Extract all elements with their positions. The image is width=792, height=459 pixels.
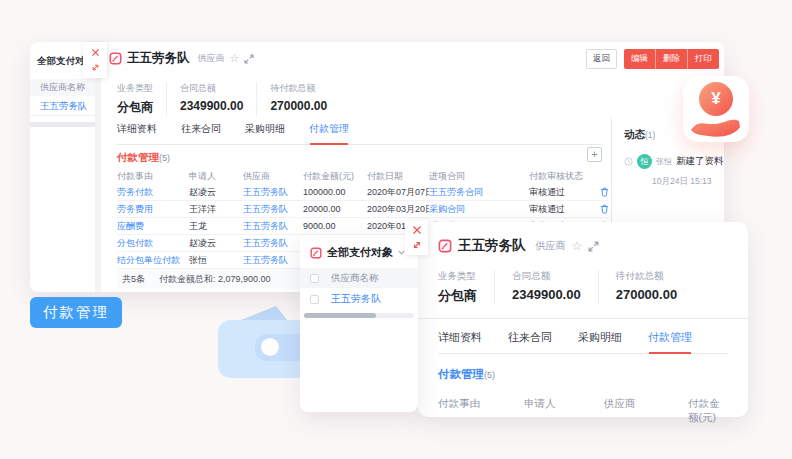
summary-stats: 业务类型 分包商 合同总额 2349900.00 待付款总额 270000.00	[438, 270, 748, 305]
panel-controls	[83, 42, 107, 78]
supplier-link[interactable]: 王五劳务队	[243, 203, 303, 216]
clipboard-icon	[109, 52, 122, 65]
col-header-supplier: 供应商	[243, 170, 303, 183]
delete-row-icon[interactable]	[589, 204, 609, 214]
tab-payment-management[interactable]: 付款管理	[648, 330, 692, 345]
action-button-group: 编辑 删除 打印	[624, 49, 719, 69]
supplier-link[interactable]: 王五劳务队	[243, 254, 303, 267]
col-header-contract: 进项合同	[429, 170, 529, 183]
tab-details[interactable]: 详细资料	[438, 330, 482, 345]
overlay-detail-window: 王五劳务队 供应商 ☆ 业务类型 分包商 合同总额 2349900.00 待付款…	[418, 222, 748, 417]
star-icon[interactable]: ☆	[572, 240, 583, 252]
payees-panel-title-label: 全部支付对象	[327, 245, 393, 260]
select-all-checkbox[interactable]	[310, 274, 319, 283]
back-button[interactable]: 返回	[586, 49, 617, 69]
applicant: 赵凌云	[189, 237, 243, 250]
overlay-panel-controls	[405, 220, 428, 255]
expand-icon[interactable]	[244, 54, 254, 64]
supplier-list-item[interactable]: 王五劳务队	[300, 288, 418, 310]
table-header-row: 付款事由 申请人 供应商 付款金额(元)	[438, 397, 728, 425]
record-subtitle: 供应商	[198, 52, 225, 65]
scrollbar-thumb[interactable]	[304, 313, 376, 318]
record-actions: 返回 编辑 删除 打印	[586, 49, 719, 69]
stat-value: 270000.00	[270, 99, 327, 113]
tab-contracts[interactable]: 往来合同	[181, 122, 221, 136]
close-icon[interactable]	[91, 48, 100, 57]
supplier-link[interactable]: 王五劳务队	[243, 220, 303, 233]
resize-diagonal-icon[interactable]	[412, 240, 422, 250]
payment-reason-link[interactable]: 劳务费用	[117, 203, 189, 216]
stat-contract-total: 合同总额 2349900.00	[512, 270, 599, 305]
supplier-list-item[interactable]: 王五劳务队	[30, 96, 95, 116]
panel-divider	[30, 122, 95, 127]
summary-stats: 业务类型 分包商 合同总额 2349900.00 待付款总额 270000.00	[117, 82, 353, 116]
record-title: 王五劳务队	[127, 50, 190, 67]
stat-pending-total: 待付款总额 270000.00	[270, 82, 340, 116]
edit-button[interactable]: 编辑	[624, 49, 655, 69]
stat-label: 业务类型	[117, 82, 153, 95]
activity-timestamp: 10月24日 15:13	[652, 176, 724, 188]
supplier-link[interactable]: 王五劳务队	[243, 237, 303, 250]
star-icon[interactable]: ☆	[230, 53, 240, 64]
record-tabs: 详细资料 往来合同 采购明细 付款管理	[438, 330, 728, 354]
section-count: (5)	[159, 153, 170, 163]
delete-row-icon[interactable]	[589, 187, 609, 197]
stat-label: 待付款总额	[616, 270, 677, 283]
date: 2020年03月20日	[367, 203, 429, 216]
expand-icon[interactable]	[588, 241, 599, 252]
supplier-name-column-header: 供应商名称	[331, 272, 379, 285]
close-icon[interactable]	[412, 225, 422, 235]
yuan-icon: ¥	[699, 82, 733, 116]
tab-contracts[interactable]: 往来合同	[508, 330, 552, 345]
avatar: 恒	[637, 154, 652, 169]
amount-sum: 付款金额总和: 2,079,900.00	[159, 273, 271, 286]
table-header-row: 付款事由 申请人 供应商 付款金额(元) 付款日期 进项合同 付款审核状态	[117, 169, 609, 184]
payment-reason-link[interactable]: 分包付款	[117, 237, 189, 250]
status: 审核通过	[529, 186, 589, 199]
payees-list-panel: 全部支付对象 供应商名称 王五劳务队	[30, 42, 95, 292]
supplier-link[interactable]: 王五劳务队	[243, 186, 303, 199]
resize-diagonal-icon[interactable]	[91, 63, 100, 72]
delete-button[interactable]: 删除	[655, 49, 687, 69]
section-title-label: 付款管理	[117, 151, 159, 163]
stat-label: 待付款总额	[270, 82, 327, 95]
col-header-date: 付款日期	[367, 170, 429, 183]
applicant: 王龙	[189, 220, 243, 233]
tab-details[interactable]: 详细资料	[117, 122, 157, 136]
col-header-supplier: 供应商	[604, 397, 688, 425]
section-title-label: 付款管理	[438, 368, 484, 380]
payment-reason-link[interactable]: 应酬费	[117, 220, 189, 233]
contract-link[interactable]: 采购合同	[429, 203, 529, 216]
amount: 9000.00	[303, 221, 367, 231]
payment-reason-link[interactable]: 劳务付款	[117, 186, 189, 199]
tab-purchase-detail[interactable]: 采购明细	[578, 330, 622, 345]
row-checkbox[interactable]	[310, 295, 319, 304]
record-subtitle: 供应商	[536, 239, 566, 253]
row-count: 共5条	[122, 273, 145, 286]
add-payment-button[interactable]: +	[587, 147, 602, 162]
horizontal-scrollbar[interactable]	[304, 313, 414, 318]
stat-value: 270000.00	[616, 287, 677, 302]
contract-link[interactable]: 王五劳务合同	[429, 186, 529, 199]
col-header-amount: 付款金额(元)	[303, 170, 367, 183]
section-count: (5)	[484, 370, 495, 380]
print-button[interactable]: 打印	[687, 49, 719, 69]
tab-purchase-detail[interactable]: 采购明细	[245, 122, 285, 136]
col-header-applicant: 申请人	[189, 170, 243, 183]
payment-reason-link[interactable]: 结分包单位付款	[117, 254, 189, 267]
list-header-row: 供应商名称	[300, 268, 418, 288]
payees-panel-title[interactable]: 全部支付对象	[300, 235, 418, 268]
stat-value: 分包商	[117, 99, 153, 116]
supplier-link[interactable]: 王五劳务队	[331, 292, 381, 306]
table-row: 劳务费用 王洋洋 王五劳务队 20000.00 2020年03月20日 采购合同…	[117, 201, 609, 218]
col-header-reason: 付款事由	[117, 170, 189, 183]
supplier-name-column-header: 供应商名称	[30, 79, 95, 96]
record-tabs: 详细资料 往来合同 采购明细 付款管理	[117, 122, 603, 145]
activity-title-label: 动态	[624, 128, 645, 140]
stat-business-type: 业务类型 分包商	[438, 270, 495, 305]
tab-payment-management[interactable]: 付款管理	[309, 122, 349, 136]
section-title: 付款管理(5)	[438, 367, 748, 382]
chevron-down-icon[interactable]	[398, 250, 405, 255]
stat-contract-total: 合同总额 2349900.00	[180, 82, 257, 116]
col-header-status: 付款审核状态	[529, 170, 589, 183]
